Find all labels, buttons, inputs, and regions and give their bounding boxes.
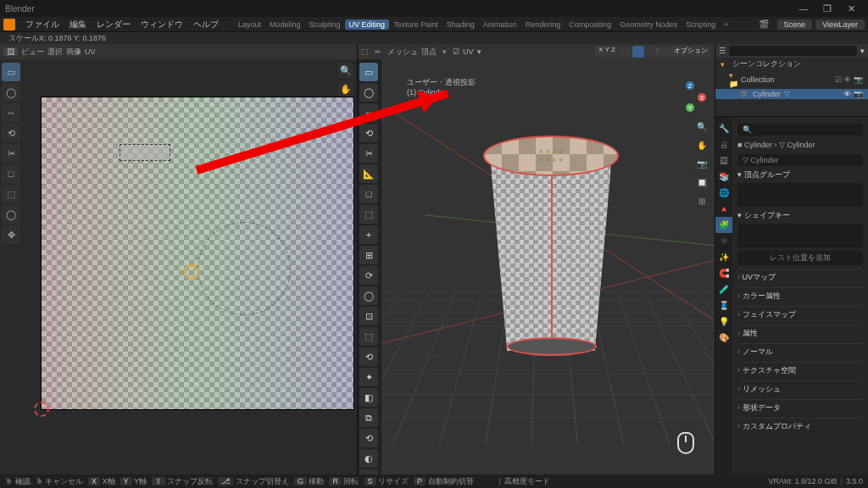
uv-tool-0[interactable]: ▭ [2, 63, 20, 81]
uv-menu-select[interactable]: 選択 [47, 47, 63, 58]
props-panel-7[interactable]: 形状データ [737, 399, 863, 416]
vp-nav-0[interactable]: 🔍 [694, 119, 709, 134]
vp-shading-solid[interactable] [632, 46, 644, 58]
uv-editor-type[interactable]: 🖼 [3, 47, 18, 56]
workspace-texturepaint[interactable]: Texture Paint [389, 20, 442, 29]
vp-overlay-xyz[interactable]: X Y Z [595, 46, 619, 58]
vp-tool-7[interactable]: ⬚ [359, 205, 378, 224]
uv-tool-1[interactable]: ◯ [2, 83, 20, 102]
props-tab-1[interactable]: 🖨 [715, 136, 732, 152]
props-tab-2[interactable]: 🖼 [715, 152, 732, 169]
add-rest-position-button[interactable]: レスト位置を追加 [737, 251, 863, 265]
viewport-canvas[interactable]: × × × ×× × × × ユーザー・透視投影 (1) Cylinder Z … [381, 59, 715, 474]
vp-shading-render[interactable] [658, 46, 670, 58]
vp-tool-14[interactable]: ⟲ [359, 347, 378, 366]
props-panel-2[interactable]: フェイスマップ [737, 306, 863, 323]
uv-menu-view[interactable]: ビュー [21, 47, 44, 58]
gizmo-y-icon[interactable]: Y [686, 103, 694, 112]
vp-select-mode[interactable]: ▾ [477, 47, 481, 56]
uv-tool-4[interactable]: ✂ [2, 144, 20, 163]
uv-tool-2[interactable]: ↔ [2, 103, 20, 122]
props-tab-4[interactable]: 🌐 [715, 185, 732, 201]
props-panel-1[interactable]: カラー属性 [737, 287, 863, 304]
outliner-filter-icon[interactable]: ▾ [860, 47, 865, 55]
scene-selector[interactable]: Scene [777, 19, 813, 30]
vp-nav-1[interactable]: ✋ [694, 137, 709, 152]
workspace-add[interactable]: + [720, 20, 732, 29]
gizmo-x-icon[interactable]: X [698, 93, 706, 102]
workspace-animation[interactable]: Animation [479, 20, 521, 29]
vp-tool-2[interactable]: ↔ [359, 103, 378, 122]
vp-tool-5[interactable]: 📐 [359, 164, 378, 183]
workspace-uvediting[interactable]: UV Editing [345, 19, 390, 30]
vp-menu-mesh[interactable]: メッシュ [387, 47, 418, 58]
breadcrumb-obj[interactable]: ■ Cylinder [737, 141, 772, 149]
vp-menu-uv[interactable]: UV [463, 47, 474, 56]
vp-nav-3[interactable]: 🔲 [694, 175, 709, 190]
vp-tool-3[interactable]: ⟲ [359, 124, 378, 142]
workspace-rendering[interactable]: Rendering [521, 20, 565, 29]
vp-tool-18[interactable]: ⟲ [359, 429, 378, 447]
vp-tool-16[interactable]: ◧ [359, 388, 378, 407]
vp-tool-8[interactable]: + [359, 225, 378, 244]
outliner-scene-row[interactable]: ▾ シーンコレクション [715, 58, 868, 70]
window-maximize-button[interactable]: ❐ [815, 0, 839, 17]
uv-tool-6[interactable]: ⬚ [2, 185, 20, 203]
vp-shading-matpre[interactable] [645, 46, 657, 58]
props-panel-4[interactable]: ノーマル [737, 343, 863, 360]
vp-tool-1[interactable]: ◯ [359, 83, 378, 102]
props-tab-6[interactable]: 🧩 [715, 217, 732, 233]
props-tab-10[interactable]: 🧪 [715, 281, 732, 297]
window-close-button[interactable]: ✕ [839, 0, 863, 17]
uv-tool-8[interactable]: ✥ [2, 225, 20, 244]
viewport-editor-type[interactable]: ⬚ [361, 47, 369, 56]
props-panel-0[interactable]: UVマップ [737, 269, 863, 286]
vp-menu-vertex[interactable]: 頂点 [421, 47, 437, 58]
cylinder-object[interactable]: × × × ×× × × × [483, 136, 619, 356]
props-tab-0[interactable]: 🔧 [715, 120, 732, 136]
menu-render[interactable]: レンダー [92, 19, 136, 30]
vp-options-button[interactable]: オプション [670, 46, 711, 58]
vertex-group-list[interactable] [737, 183, 863, 207]
workspace-layout[interactable]: Layout [234, 20, 265, 29]
uv-island-circle[interactable] [198, 222, 291, 315]
vp-tool-0[interactable]: ▭ [359, 63, 378, 81]
outliner-object-row[interactable]: ▽ Cylinder ▽ 👁 📷 [715, 89, 868, 99]
workspace-scripting[interactable]: Scripting [682, 20, 720, 29]
viewlayer-selector[interactable]: ViewLayer [815, 19, 865, 30]
props-panel-3[interactable]: 属性 [737, 324, 863, 341]
props-tab-3[interactable]: 📚 [715, 169, 732, 185]
props-search[interactable]: 🔍 [737, 124, 863, 136]
workspace-sculpting[interactable]: Sculpting [305, 20, 345, 29]
uv-tool-7[interactable]: ◯ [2, 205, 20, 224]
workspace-compositing[interactable]: Compositing [565, 20, 615, 29]
menu-help[interactable]: ヘルプ [188, 19, 224, 30]
props-panel-8[interactable]: カスタムプロパティ [737, 418, 863, 435]
uv-canvas[interactable] [41, 97, 354, 410]
vp-shading-wire[interactable] [620, 46, 632, 58]
vp-tool-11[interactable]: ◯ [359, 286, 378, 305]
uv-menu-image[interactable]: 画像 [66, 47, 81, 58]
outliner-collection-row[interactable]: ▾📁 Collection ☑ 👁 📷 [715, 70, 868, 89]
uv-menu-uv[interactable]: UV [85, 47, 96, 56]
breadcrumb-data[interactable]: ▽ Cylinder [779, 141, 815, 149]
vp-nav-4[interactable]: ⊞ [694, 193, 709, 208]
uv-tool-5[interactable]: □ [2, 164, 20, 183]
props-panel-5[interactable]: テクスチャ空間 [737, 362, 863, 379]
uv-tool-3[interactable]: ⟲ [2, 124, 20, 142]
vp-tool-17[interactable]: ⧉ [359, 408, 378, 427]
menu-window[interactable]: ウィンドウ [136, 19, 188, 30]
workspace-shading[interactable]: Shading [442, 20, 479, 29]
shapekey-list[interactable] [737, 224, 863, 247]
vp-tool-10[interactable]: ⟳ [359, 266, 378, 285]
vp-tool-15[interactable]: ✦ [359, 368, 378, 386]
vp-tool-4[interactable]: ✂ [359, 144, 378, 163]
workspace-geonodes[interactable]: Geometry Nodes [615, 20, 682, 29]
outliner-search[interactable] [729, 46, 857, 56]
props-tab-8[interactable]: ✨ [715, 249, 732, 265]
object-data-selector[interactable]: ▽ Cylinder [737, 154, 863, 166]
outliner-editor-type[interactable]: ☰ [719, 47, 726, 55]
shapekey-panel[interactable]: ▾ シェイプキー [737, 210, 863, 221]
uv-zoom-icon[interactable]: 🔍 [338, 63, 353, 78]
uv-island-rect[interactable] [120, 144, 170, 161]
